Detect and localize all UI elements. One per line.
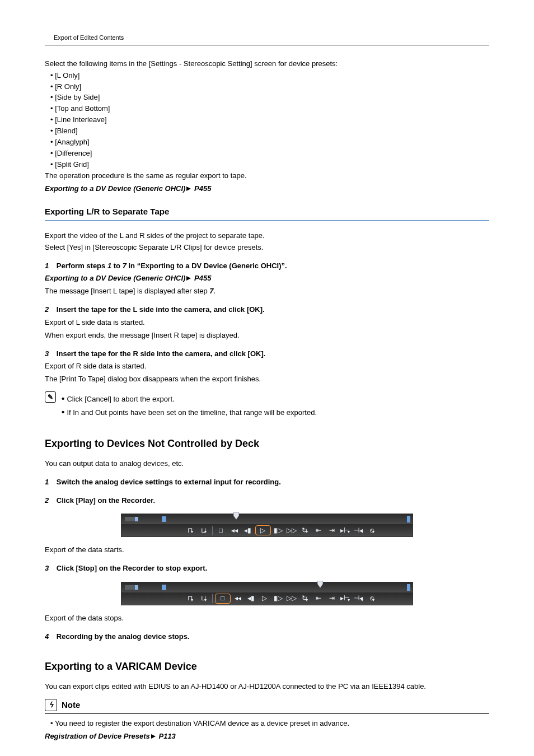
list-item: [Anaglyph] (50, 137, 489, 148)
body-text: You can output data to analog devices, e… (45, 459, 489, 469)
loop-button[interactable]: ↻▾ (299, 526, 311, 535)
step-detail: The message [Insert L tape] is displayed… (45, 286, 489, 297)
info-item: If In and Out points have been set on th… (62, 406, 489, 418)
step-2: 2 Insert the tape for the L side into th… (45, 305, 489, 315)
ref-page: P455 (194, 274, 211, 282)
jump-out-button[interactable]: ⇥ (326, 526, 338, 535)
prev-edit-button[interactable]: ▸⊢▾ (339, 526, 352, 535)
step-number: 3 (45, 349, 49, 358)
svg-marker-0 (233, 512, 239, 520)
step-text: Click [Play] on the Recorder. (57, 496, 155, 505)
out-point-icon[interactable] (407, 516, 410, 522)
stop-button[interactable]: □ (215, 594, 231, 604)
section-heading-lr-separate: Exporting L/R to Separate Tape (45, 206, 489, 221)
set-in-button[interactable]: ⊓▾ (184, 594, 196, 603)
rewind-button[interactable]: ◂◂ (232, 594, 244, 603)
step-1: 1 Perform steps 1 to 7 in “Exporting to … (45, 261, 489, 272)
breadcrumb: Export of Edited Contents (45, 34, 489, 45)
timeline-bar[interactable] (121, 582, 413, 592)
transport-controls: ⊓▾ ⊔▾ □ ◂◂ ◂▮ ▷ ▮▷ ▷▷ ↻▾ ⇤ ⇥ ▸⊢▾ ⊣◂▾ ⎋▾ (121, 592, 413, 605)
step-detail: Export of L side data is started. (45, 318, 489, 328)
ref-title: Exporting to a DV Device (Generic OHCI) (45, 184, 185, 193)
playhead-marker-icon[interactable] (317, 581, 323, 588)
arrow-right-icon (186, 276, 191, 281)
step-number: 3 (45, 564, 49, 572)
step-detail: Export of R side data is started. (45, 361, 489, 372)
rewind-button[interactable]: ◂◂ (228, 526, 241, 535)
ffwd-button[interactable]: ▷▷ (285, 594, 298, 603)
step-text: Insert the tape for the L side into the … (57, 305, 265, 314)
options-list: [L Only] [R Only] [Side by Side] [Top an… (45, 71, 489, 170)
step-detail: Export of the data stops. (45, 613, 489, 624)
step-text: Click [Stop] on the Recorder to stop exp… (57, 564, 207, 572)
step-text: Switch the analog device settings to ext… (57, 478, 281, 486)
next-edit-button[interactable]: ⊣◂▾ (353, 526, 365, 535)
ref-title: Registration of Device Presets (45, 732, 150, 740)
step-3: 3 Click [Stop] on the Recorder to stop e… (45, 563, 489, 574)
timeline-bar[interactable] (121, 514, 413, 524)
intro-after: The operation procedure is the same as r… (45, 171, 489, 181)
export-button[interactable]: ⎋▾ (366, 594, 378, 603)
next-edit-button[interactable]: ⊣◂▾ (353, 594, 365, 603)
list-item: [Difference] (50, 148, 489, 159)
list-item: You need to register the export destinat… (50, 718, 489, 729)
step-4: 4 Recording by the analog device stops. (45, 632, 489, 642)
step-text: Recording by the analog device stops. (57, 632, 190, 641)
list-item: [Line Interleave] (50, 115, 489, 125)
set-in-button[interactable]: ⊓▾ (184, 526, 196, 535)
step-number: 4 (45, 632, 49, 641)
step-number: 1 (45, 478, 49, 486)
ref-page: P113 (158, 732, 175, 740)
step-fwd-button[interactable]: ▮▷ (272, 526, 284, 535)
step-number: 2 (45, 496, 49, 505)
body-text: You can export clips edited with EDIUS t… (45, 682, 489, 692)
ffwd-button[interactable]: ▷▷ (285, 526, 298, 535)
step-detail: When export ends, the message [Insert R … (45, 330, 489, 341)
note-list: You need to register the export destinat… (45, 718, 489, 729)
stop-button[interactable]: □ (215, 526, 227, 535)
prev-edit-button[interactable]: ▸⊢▾ (339, 594, 352, 603)
ref-page: P455 (194, 184, 211, 193)
set-out-button[interactable]: ⊔▾ (198, 594, 210, 603)
set-out-button[interactable]: ⊔▾ (198, 526, 210, 535)
cross-ref-link[interactable]: Exporting to a DV Device (Generic OHCI) … (45, 184, 489, 194)
list-item: [Split Grid] (50, 160, 489, 170)
step-text: Perform steps 1 to 7 in “Exporting to a … (57, 262, 287, 270)
note-label: Note (62, 699, 80, 711)
arrow-right-icon (151, 734, 156, 739)
step-back-button[interactable]: ◂▮ (242, 526, 254, 535)
list-item: [R Only] (50, 82, 489, 92)
jump-out-button[interactable]: ⇥ (326, 594, 338, 603)
list-item: [Blend] (50, 126, 489, 137)
jump-in-button[interactable]: ⇤ (312, 594, 325, 603)
jump-in-button[interactable]: ⇤ (312, 526, 325, 535)
cross-ref-link[interactable]: Exporting to a DV Device (Generic OHCI) … (45, 273, 489, 284)
out-point-icon[interactable] (407, 584, 410, 591)
step-fwd-button[interactable]: ▮▷ (272, 594, 284, 603)
play-button[interactable]: ▷ (255, 525, 271, 535)
note-heading: ϟ Note (45, 699, 489, 711)
note-icon: ✎ (45, 391, 56, 403)
step-back-button[interactable]: ◂▮ (245, 594, 257, 603)
cross-ref-link[interactable]: Registration of Device Presets P113 (45, 731, 489, 742)
ref-title: Exporting to a DV Device (Generic OHCI) (45, 274, 185, 282)
section-heading-devices-no-deck: Exporting to Devices Not Controlled by D… (45, 436, 489, 451)
warning-icon: ϟ (45, 699, 57, 711)
export-button[interactable]: ⎋▾ (366, 526, 378, 535)
list-item: [Top and Bottom] (50, 104, 489, 114)
section-heading-varicam: Exporting to a VARICAM Device (45, 659, 489, 674)
recorder-transport-stop: ⊓▾ ⊔▾ □ ◂◂ ◂▮ ▷ ▮▷ ▷▷ ↻▾ ⇤ ⇥ ▸⊢▾ ⊣◂▾ ⎋▾ (121, 582, 413, 605)
recorder-transport-play: ⊓▾ ⊔▾ □ ◂◂ ◂▮ ▷ ▮▷ ▷▷ ↻▾ ⇤ ⇥ ▸⊢▾ ⊣◂▾ ⎋▾ (121, 514, 413, 537)
step-text: Insert the tape for the R side into the … (57, 349, 265, 358)
arrow-right-icon (186, 186, 191, 191)
info-item: Click [Cancel] to abort the export. (62, 393, 489, 405)
step-detail: Export of the data starts. (45, 545, 489, 556)
svg-marker-1 (317, 581, 323, 588)
play-button[interactable]: ▷ (259, 594, 271, 603)
step-number: 1 (45, 262, 49, 270)
loop-button[interactable]: ↻▾ (299, 594, 311, 603)
divider (45, 713, 489, 714)
step-3: 3 Insert the tape for the R side into th… (45, 349, 489, 360)
step-number: 2 (45, 305, 49, 314)
playhead-marker-icon[interactable] (233, 512, 239, 520)
